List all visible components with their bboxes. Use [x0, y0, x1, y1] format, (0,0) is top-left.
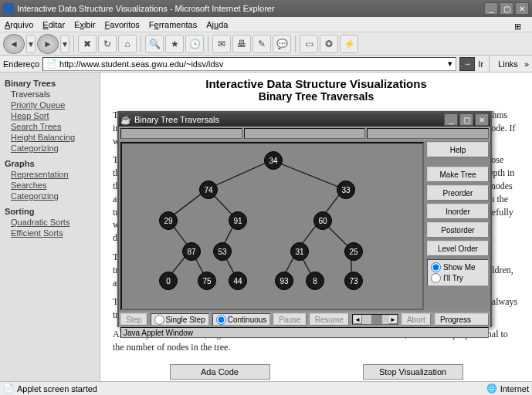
sidebar-item-representation[interactable]: Representation	[11, 170, 95, 179]
sidebar-item-traversals[interactable]: Traversals	[11, 89, 95, 99]
edit-button[interactable]: ✎	[252, 35, 271, 53]
menu-ajuda[interactable]: Ajuda	[206, 20, 228, 29]
status-text: Applet screen started	[17, 384, 97, 393]
applet-footer: Step Single Step Continuous Pause Resume…	[119, 312, 490, 327]
tree-canvas: 34 74 33 29 91 60 87 53 31 25 0 75 44 93…	[120, 142, 424, 310]
level-order-button[interactable]: Level Order	[427, 241, 489, 256]
sidebar: Binary Trees Traversals Priority Queue H…	[0, 73, 100, 381]
discuss-button[interactable]: 💬	[273, 35, 291, 53]
slider-thumb[interactable]	[371, 315, 382, 324]
sidebar-item-search-trees[interactable]: Search Trees	[11, 122, 95, 131]
go-button[interactable]: →	[459, 57, 475, 71]
sidebar-item-categorizing-bt[interactable]: Categorizing	[11, 143, 95, 153]
tree-node: 25	[344, 242, 363, 261]
sidebar-head-binary-trees: Binary Trees	[5, 79, 95, 88]
resume-button[interactable]: Resume	[310, 313, 349, 326]
stop-visualization-button[interactable]: Stop Visualization	[363, 364, 463, 380]
maximize-button[interactable]: ▢	[500, 2, 513, 15]
single-step-radio[interactable]: Single Step	[151, 313, 209, 326]
applet-minimize-button[interactable]: _	[444, 113, 458, 126]
back-button[interactable]: ◄	[3, 34, 25, 54]
menu-exibir[interactable]: Exibir	[74, 20, 96, 29]
mode-radio-group: Show Me I'll Try	[427, 259, 489, 286]
applet-window: ☕ Binary Tree Traversals _ ▢ ✕	[117, 111, 492, 327]
tree-node: 87	[182, 242, 201, 261]
tree-node: 31	[290, 242, 309, 261]
sidebar-head-graphs: Graphs	[5, 159, 95, 168]
tree-node: 8	[306, 272, 324, 290]
ada-code-button[interactable]: Ada Code	[170, 364, 270, 380]
applet-close-button[interactable]: ✕	[475, 113, 489, 126]
show-me-radio[interactable]: Show Me	[431, 262, 485, 272]
pause-button[interactable]: Pause	[273, 313, 306, 326]
tree-node: 34	[264, 151, 283, 170]
applet-controls: Help Make Tree Preorder Inorder Postorde…	[425, 140, 490, 312]
svg-line-0	[208, 160, 272, 189]
sidebar-item-categorizing-g[interactable]: Categorizing	[11, 191, 95, 201]
abort-button[interactable]: Abort	[402, 313, 431, 326]
postorder-button[interactable]: Postorder	[427, 222, 489, 238]
step-button[interactable]: Step	[120, 313, 147, 326]
menu-arquivo[interactable]: Arquivo	[5, 20, 33, 29]
address-dropdown-icon[interactable]: ▾	[448, 59, 452, 69]
tree-node: 91	[229, 211, 247, 230]
address-bar: Endereço 📄 http://www.student.seas.gwu.e…	[0, 56, 532, 73]
address-label: Endereço	[3, 59, 39, 69]
tree-node: 75	[198, 272, 216, 290]
toolbar-extra-1[interactable]: ▭	[300, 35, 318, 53]
menu-ferramentas[interactable]: Ferramentas	[149, 20, 197, 29]
help-button[interactable]: Help	[427, 142, 489, 157]
tree-node: 44	[229, 272, 247, 290]
address-input[interactable]: 📄 http://www.student.seas.gwu.edu/~idsv/…	[42, 57, 456, 71]
tree-node: 0	[159, 272, 178, 290]
windows-flag-icon: ⊞	[506, 19, 529, 34]
toolbar-extra-3[interactable]: ⚡	[340, 35, 358, 53]
inorder-button[interactable]: Inorder	[427, 204, 489, 219]
sidebar-item-quadratic-sorts[interactable]: Quadratic Sorts	[11, 218, 95, 227]
refresh-button[interactable]: ↻	[98, 35, 117, 53]
address-url: http://www.student.seas.gwu.edu/~idsv/id…	[59, 59, 223, 69]
make-tree-button[interactable]: Make Tree	[427, 167, 489, 182]
window-title: Interactive Data Structure Visualization…	[17, 4, 275, 13]
ill-try-radio[interactable]: I'll Try	[431, 273, 485, 283]
slider-left-arrow[interactable]: ◄	[353, 315, 362, 324]
applet-maximize-button[interactable]: ▢	[459, 113, 473, 126]
favorites-button[interactable]: ★	[165, 35, 184, 53]
page-heading-2: Binary Tree Traversals	[113, 90, 520, 103]
zone-globe-icon: 🌐	[486, 383, 497, 393]
tree-node: 33	[337, 181, 355, 199]
stop-button[interactable]: ✖	[78, 35, 97, 53]
home-button[interactable]: ⌂	[118, 35, 137, 53]
minimize-button[interactable]: _	[484, 2, 498, 15]
forward-dropdown[interactable]: ▾	[60, 35, 69, 53]
sidebar-item-heap-sort[interactable]: Heap Sort	[11, 111, 95, 120]
browser-statusbar: 📄 Applet screen started 🌐 Internet	[0, 381, 532, 395]
search-button[interactable]: 🔍	[145, 35, 164, 53]
tree-node: 93	[275, 272, 293, 290]
links-label[interactable]: Links	[495, 59, 521, 69]
history-button[interactable]: 🕓	[185, 35, 204, 53]
print-button[interactable]: 🖶	[232, 35, 251, 53]
mail-button[interactable]: ✉	[212, 35, 231, 53]
tree-node: 74	[199, 181, 218, 199]
speed-slider[interactable]: ◄►	[352, 314, 398, 325]
sidebar-item-efficient-sorts[interactable]: Efficient Sorts	[11, 228, 95, 238]
toolbar: ◄ ▾ ► ▾ ✖ ↻ ⌂ 🔍 ★ 🕓 ✉ 🖶 ✎ 💬 ▭ ❂ ⚡	[0, 32, 532, 56]
sidebar-item-height-balancing[interactable]: Height Balancing	[11, 133, 95, 142]
back-dropdown[interactable]: ▾	[26, 35, 36, 53]
sidebar-item-searches[interactable]: Searches	[11, 181, 95, 190]
sidebar-item-priority-queue[interactable]: Priority Queue	[11, 100, 95, 110]
page-icon: 📄	[46, 59, 57, 69]
menu-favoritos[interactable]: Favoritos	[105, 20, 140, 29]
ie-icon	[3, 3, 14, 14]
links-chevron[interactable]: »	[524, 59, 529, 69]
continuous-radio[interactable]: Continuous	[212, 313, 271, 326]
close-button[interactable]: ✕	[515, 2, 529, 15]
forward-button[interactable]: ►	[37, 34, 59, 54]
menu-editar[interactable]: Editar	[42, 20, 65, 29]
slider-right-arrow[interactable]: ►	[388, 315, 398, 324]
toolbar-extra-2[interactable]: ❂	[320, 35, 338, 53]
preorder-button[interactable]: Preorder	[427, 185, 489, 201]
progress-button[interactable]: Progress	[435, 313, 489, 326]
applet-titlebar: ☕ Binary Tree Traversals _ ▢ ✕	[119, 113, 490, 127]
